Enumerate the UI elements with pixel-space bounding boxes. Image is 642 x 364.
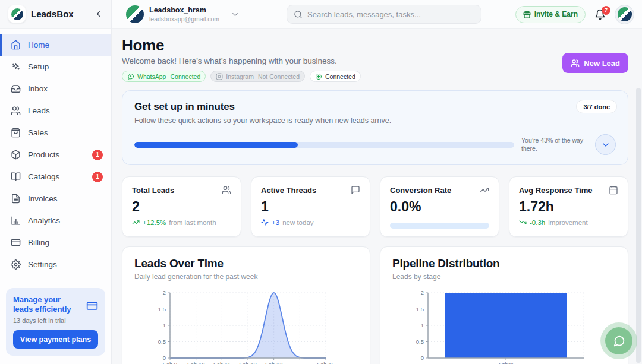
trial-card: Manage your leads efficiently 13 days le… bbox=[6, 288, 105, 356]
svg-text:0: 0 bbox=[421, 354, 424, 361]
credit-card-icon-wrap bbox=[86, 300, 98, 312]
chart-subtitle: Daily lead generation for the past week bbox=[134, 273, 358, 281]
svg-text:Other: Other bbox=[499, 361, 513, 364]
activity-icon bbox=[261, 219, 269, 226]
new-lead-button[interactable]: New Lead bbox=[562, 53, 628, 73]
svg-text:Feb 15: Feb 15 bbox=[317, 361, 335, 364]
stat-card-total-leads: Total Leads 2 +12.5% from last month bbox=[122, 176, 241, 237]
sidebar-item-inbox[interactable]: Inbox bbox=[0, 78, 111, 100]
main-content: Home Welcome back! Here’s what’s happeni… bbox=[112, 29, 642, 364]
trending-down-icon bbox=[519, 219, 527, 226]
sidebar-item-label: Catalogs bbox=[28, 172, 59, 181]
sidebar-item-label: Invoices bbox=[28, 194, 58, 203]
global-search bbox=[287, 5, 482, 24]
connection-badge-label: Instagram bbox=[226, 73, 254, 80]
account-chevron[interactable] bbox=[231, 10, 240, 19]
trial-card-title: Manage your leads efficiently bbox=[13, 295, 81, 315]
account-switcher[interactable]: Leadsbox_hrsm leadsboxapp@gmail.com bbox=[126, 0, 240, 29]
svg-text:0.5: 0.5 bbox=[158, 338, 166, 345]
leads-over-time-chart: 00.511.52Feb 9Feb 10Feb 11Feb 12Feb 13Fe… bbox=[150, 289, 335, 364]
users-icon bbox=[222, 185, 231, 195]
credit-card-icon bbox=[11, 238, 21, 248]
sidebar-item-setup[interactable]: Setup bbox=[0, 56, 111, 78]
bar-chart-icon bbox=[11, 216, 21, 226]
sidebar-item-label: Analytics bbox=[28, 216, 60, 225]
stat-delta-note: from last month bbox=[169, 219, 216, 226]
stat-label: Avg Response Time bbox=[519, 186, 593, 195]
shopping-bag-icon bbox=[11, 128, 21, 138]
stat-label: Total Leads bbox=[132, 186, 174, 195]
sidebar-collapse-button[interactable] bbox=[94, 10, 103, 18]
stat-delta-value: +3 bbox=[272, 219, 279, 226]
user-avatar[interactable] bbox=[615, 5, 634, 24]
setup-expand-button[interactable] bbox=[595, 134, 616, 155]
sidebar-item-badge: 1 bbox=[92, 172, 103, 182]
connection-badge-label: WhatsApp bbox=[137, 73, 166, 80]
sidebar-item-leads[interactable]: Leads bbox=[0, 100, 111, 122]
sidebar-item-label: Home bbox=[28, 40, 49, 49]
sidebar-item-catalogs[interactable]: Catalogs 1 bbox=[0, 166, 111, 188]
sidebar-item-analytics[interactable]: Analytics bbox=[0, 210, 111, 232]
sidebar: LeadsBox Home Setup Inbox Leads Sales Pr… bbox=[0, 0, 112, 364]
sidebar-item-label: Setup bbox=[28, 62, 49, 71]
trending-up-icon bbox=[480, 185, 489, 195]
setup-done-badge: 3/7 done bbox=[576, 100, 617, 113]
sidebar-item-badge: 1 bbox=[92, 150, 103, 160]
svg-text:1: 1 bbox=[421, 322, 424, 328]
credit-card-icon bbox=[86, 300, 98, 312]
stat-card-conversion-rate: Conversion Rate 0.0% bbox=[380, 176, 499, 237]
account-name: Leadsbox_hrsm bbox=[149, 6, 219, 15]
notifications-button[interactable]: 7 bbox=[594, 9, 606, 20]
stat-delta-value: -0.3h bbox=[530, 219, 545, 226]
sidebar-footer: Manage your leads efficiently 13 days le… bbox=[0, 277, 111, 364]
notification-count-badge: 7 bbox=[602, 6, 610, 15]
brand-name: LeadsBox bbox=[31, 9, 89, 19]
setup-checklist-card: Get set up in minutes Follow these quick… bbox=[122, 90, 628, 165]
instagram-icon bbox=[216, 73, 223, 80]
sidebar-item-home[interactable]: Home bbox=[0, 34, 111, 56]
invite-earn-button[interactable]: Invite & Earn bbox=[515, 6, 586, 23]
connection-badge-status: Connected bbox=[170, 73, 200, 80]
account-email: leadsboxapp@gmail.com bbox=[149, 15, 219, 23]
scrollbar-thumb[interactable] bbox=[636, 88, 641, 363]
search-input[interactable] bbox=[307, 10, 474, 19]
sidebar-item-settings[interactable]: Settings bbox=[0, 254, 111, 276]
chevron-left-icon bbox=[94, 10, 103, 18]
setup-progress-track bbox=[134, 142, 514, 148]
sidebar-item-sales[interactable]: Sales bbox=[0, 122, 111, 144]
calendar-icon bbox=[609, 185, 618, 195]
users-icon-wrap bbox=[571, 59, 580, 68]
stat-value: 0.0% bbox=[390, 199, 489, 215]
home-icon bbox=[11, 40, 21, 50]
sidebar-item-label: Settings bbox=[28, 260, 57, 269]
search-icon bbox=[294, 10, 303, 19]
dot-circle-icon bbox=[315, 73, 322, 80]
conversion-progress-track bbox=[390, 223, 489, 229]
svg-text:1: 1 bbox=[163, 322, 166, 328]
sidebar-item-invoices[interactable]: Invoices bbox=[0, 188, 111, 210]
sidebar-item-products[interactable]: Products 1 bbox=[0, 144, 111, 166]
support-chat-button[interactable] bbox=[600, 322, 637, 359]
stat-card-active-threads: Active Threads 1 +3 new today bbox=[251, 176, 370, 237]
svg-text:0: 0 bbox=[163, 354, 166, 361]
sidebar-nav: Home Setup Inbox Leads Sales Products 1 … bbox=[0, 29, 111, 276]
users-icon bbox=[11, 106, 21, 116]
connection-badge-connected[interactable]: Connected bbox=[310, 71, 361, 82]
chart-subtitle: Leads by stage bbox=[392, 273, 616, 281]
sparkles-icon bbox=[11, 62, 21, 72]
svg-text:Feb 12: Feb 12 bbox=[239, 361, 257, 364]
connection-badges: WhatsApp Connected Instagram Not Connect… bbox=[122, 71, 628, 82]
gift-icon-wrap bbox=[523, 11, 531, 18]
charts-row: Leads Over Time Daily lead generation fo… bbox=[122, 246, 628, 364]
connection-badge-whatsapp[interactable]: WhatsApp Connected bbox=[122, 71, 206, 82]
message-square-icon bbox=[351, 185, 360, 195]
stat-delta-value: +12.5% bbox=[143, 219, 166, 226]
message-circle-icon bbox=[613, 335, 625, 347]
connection-badge-instagram[interactable]: Instagram Not Connected bbox=[210, 71, 305, 82]
topbar: Leadsbox_hrsm leadsboxapp@gmail.com Invi… bbox=[112, 0, 642, 29]
trial-days-left: 13 days left in trial bbox=[13, 317, 98, 324]
avatar-logo-mark bbox=[618, 7, 632, 21]
view-payment-plans-button[interactable]: View payment plans bbox=[13, 330, 98, 349]
sidebar-item-billing[interactable]: Billing bbox=[0, 232, 111, 254]
sidebar-header: LeadsBox bbox=[0, 0, 111, 29]
